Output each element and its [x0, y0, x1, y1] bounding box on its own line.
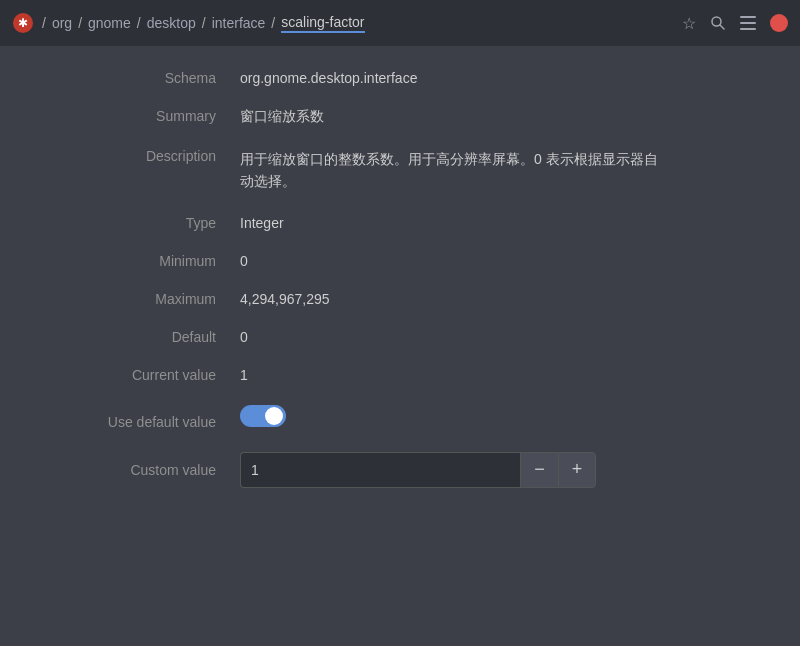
current-value-row: Current value 1	[40, 367, 760, 383]
summary-label: Summary	[40, 108, 240, 124]
default-row: Default 0	[40, 329, 760, 345]
type-row: Type Integer	[40, 215, 760, 231]
breadcrumb: / org / gnome / desktop / interface / sc…	[42, 14, 674, 33]
main-content: Schema org.gnome.desktop.interface Summa…	[0, 46, 800, 534]
bookmark-button[interactable]: ☆	[682, 14, 696, 33]
use-default-label: Use default value	[40, 414, 240, 430]
custom-value-controls: − +	[240, 452, 596, 488]
use-default-toggle[interactable]: ✕	[240, 405, 286, 427]
svg-rect-5	[740, 22, 756, 24]
summary-value: 窗口缩放系数	[240, 108, 324, 126]
description-value: 用于缩放窗口的整数系数。用于高分辨率屏幕。0 表示根据显示器自动选择。	[240, 148, 660, 193]
close-button[interactable]	[770, 14, 788, 32]
svg-line-3	[720, 25, 724, 29]
breadcrumb-scaling-factor: scaling-factor	[281, 14, 364, 33]
svg-text:✱: ✱	[18, 16, 28, 30]
search-button[interactable]	[710, 15, 726, 31]
breadcrumb-desktop[interactable]: desktop	[147, 15, 196, 31]
breadcrumb-sep2: /	[78, 15, 82, 31]
use-default-row: Use default value ✕	[40, 405, 760, 430]
custom-value-input[interactable]	[240, 452, 520, 488]
increment-button[interactable]: +	[558, 452, 596, 488]
maximum-label: Maximum	[40, 291, 240, 307]
breadcrumb-interface[interactable]: interface	[212, 15, 266, 31]
breadcrumb-sep4: /	[202, 15, 206, 31]
description-label: Description	[40, 148, 240, 164]
app-icon: ✱	[12, 12, 34, 34]
svg-rect-4	[740, 16, 756, 18]
breadcrumb-gnome[interactable]: gnome	[88, 15, 131, 31]
toggle-knob	[265, 407, 283, 425]
summary-row: Summary 窗口缩放系数	[40, 108, 760, 126]
breadcrumb-sep3: /	[137, 15, 141, 31]
custom-value-label: Custom value	[40, 462, 240, 478]
maximum-row: Maximum 4,294,967,295	[40, 291, 760, 307]
breadcrumb-sep: /	[42, 15, 46, 31]
toggle-container: ✕	[240, 405, 286, 427]
custom-value-row: Custom value − +	[40, 452, 760, 488]
titlebar: ✱ / org / gnome / desktop / interface / …	[0, 0, 800, 46]
schema-value: org.gnome.desktop.interface	[240, 70, 417, 86]
type-value: Integer	[240, 215, 284, 231]
minimum-row: Minimum 0	[40, 253, 760, 269]
type-label: Type	[40, 215, 240, 231]
decrement-button[interactable]: −	[520, 452, 558, 488]
current-value-label: Current value	[40, 367, 240, 383]
breadcrumb-org[interactable]: org	[52, 15, 72, 31]
schema-label: Schema	[40, 70, 240, 86]
maximum-value: 4,294,967,295	[240, 291, 330, 307]
default-value: 0	[240, 329, 248, 345]
menu-button[interactable]	[740, 16, 756, 30]
description-row: Description 用于缩放窗口的整数系数。用于高分辨率屏幕。0 表示根据显…	[40, 148, 760, 193]
schema-row: Schema org.gnome.desktop.interface	[40, 70, 760, 86]
breadcrumb-sep5: /	[271, 15, 275, 31]
current-value: 1	[240, 367, 248, 383]
minimum-value: 0	[240, 253, 248, 269]
minimum-label: Minimum	[40, 253, 240, 269]
default-label: Default	[40, 329, 240, 345]
titlebar-actions: ☆	[682, 14, 788, 33]
svg-rect-6	[740, 28, 756, 30]
